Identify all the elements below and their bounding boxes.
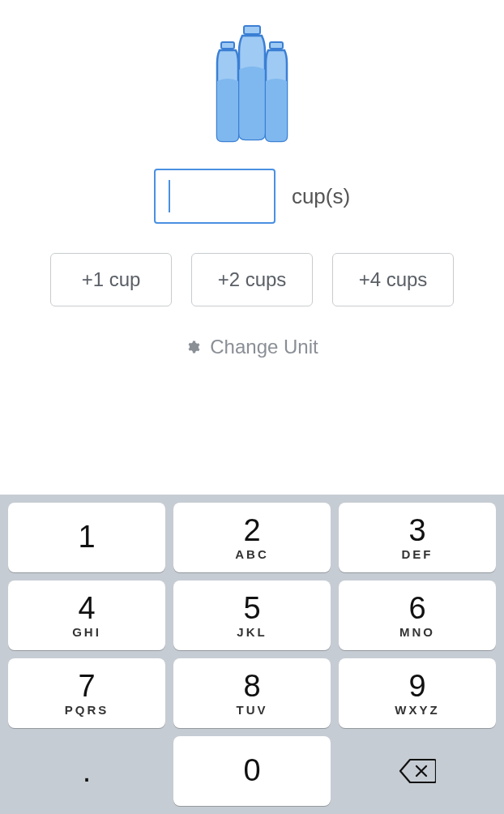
key-backspace[interactable] <box>339 736 496 806</box>
numeric-keypad: 1 2 ABC 3 DEF 4 GHI 5 JKL 6 MNO 7 PQRS 8 <box>0 495 504 814</box>
quantity-input[interactable] <box>154 169 275 224</box>
backspace-icon <box>399 758 436 784</box>
key-4[interactable]: 4 GHI <box>8 581 165 650</box>
svg-rect-1 <box>221 42 234 49</box>
gear-icon <box>186 340 200 354</box>
key-0[interactable]: 0 <box>173 736 331 806</box>
key-5[interactable]: 5 JKL <box>173 581 331 650</box>
change-unit-label: Change Unit <box>210 336 318 358</box>
main-content: cup(s) +1 cup +2 cups +4 cups Change Uni… <box>0 0 504 495</box>
keypad-grid: 1 2 ABC 3 DEF 4 GHI 5 JKL 6 MNO 7 PQRS 8 <box>8 503 496 806</box>
quick-add-row: +1 cup +2 cups +4 cups <box>50 253 454 306</box>
add-4-cups-button[interactable]: +4 cups <box>332 253 454 306</box>
key-1[interactable]: 1 <box>8 503 165 572</box>
add-1-cup-button[interactable]: +1 cup <box>50 253 172 306</box>
key-6[interactable]: 6 MNO <box>339 581 496 650</box>
text-cursor <box>169 180 170 212</box>
add-2-cups-button[interactable]: +2 cups <box>191 253 313 306</box>
key-9[interactable]: 9 WXYZ <box>339 658 496 728</box>
svg-rect-2 <box>270 42 283 49</box>
key-7[interactable]: 7 PQRS <box>8 658 165 728</box>
water-bottles-icon <box>203 23 301 144</box>
key-3[interactable]: 3 DEF <box>339 503 496 572</box>
key-8[interactable]: 8 TUV <box>173 658 331 728</box>
quantity-row: cup(s) <box>154 169 350 224</box>
unit-label: cup(s) <box>292 184 350 209</box>
key-2[interactable]: 2 ABC <box>173 503 331 572</box>
change-unit-button[interactable]: Change Unit <box>186 336 318 358</box>
svg-rect-0 <box>244 26 260 34</box>
key-decimal[interactable]: . <box>8 736 165 806</box>
